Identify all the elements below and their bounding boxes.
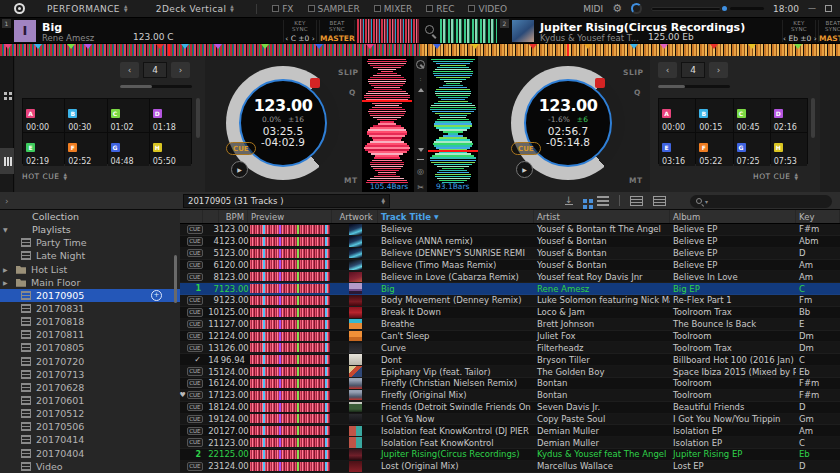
track-tag[interactable]: CUE	[187, 237, 203, 246]
hot-cue-pad[interactable]: E 02:19	[23, 133, 64, 166]
waveform-zoom-icon[interactable]	[416, 60, 425, 69]
tree-item[interactable]: 20170713	[0, 368, 180, 381]
toggle-video[interactable]: VIDEO	[468, 4, 507, 14]
track-tag[interactable]: CUE	[187, 415, 203, 424]
track-tag[interactable]: CUE	[187, 462, 203, 471]
track-preview-waveform[interactable]	[250, 355, 330, 364]
tree-item[interactable]: 20170414	[0, 433, 180, 446]
mixer-panel-toggle[interactable]	[0, 148, 14, 174]
tree-scrollbar[interactable]	[174, 255, 177, 303]
mode-select[interactable]: PERFORMANCE▲▼	[47, 4, 128, 14]
hot-cue-pad[interactable]: C 01:02	[108, 99, 149, 132]
track-preview-waveform[interactable]	[250, 249, 330, 258]
tree-item[interactable]: ▶ Main Floor	[0, 276, 180, 289]
tree-item[interactable]: 20170512	[0, 407, 180, 420]
tree-item[interactable]: ▶ Hot List	[0, 263, 180, 276]
deck1-slip-button[interactable]: SLIP	[338, 68, 358, 77]
track-preview-waveform[interactable]	[250, 296, 330, 305]
link-icon[interactable]: ◎	[417, 167, 424, 176]
track-preview-waveform[interactable]	[250, 367, 330, 376]
track-tag[interactable]: CUE	[187, 367, 203, 376]
list-view-icon[interactable]	[597, 196, 609, 206]
track-tag[interactable]: CUE	[187, 308, 203, 317]
hotcue-page-next[interactable]: ›	[171, 62, 190, 78]
track-preview-waveform[interactable]	[250, 343, 330, 352]
tree-item[interactable]: 20170601	[0, 394, 180, 407]
track-preview-waveform[interactable]	[250, 284, 330, 293]
column-header-album[interactable]: Album	[670, 210, 796, 223]
tree-item[interactable]: 20170818	[0, 315, 180, 328]
deck2-beat-sync[interactable]: BEAT SYNC MASTER	[818, 20, 840, 42]
toggle-mixer[interactable]: MIXER	[374, 4, 413, 14]
tree-item[interactable]: 20170506	[0, 420, 180, 433]
deck1-quantize-button[interactable]: Q	[349, 88, 356, 97]
track-preview-waveform[interactable]	[250, 414, 330, 423]
toggle-rec[interactable]: REC	[426, 4, 454, 14]
track-row[interactable]: CUE 21 123.00 Isolation Feat KnowKontrol…	[180, 437, 840, 449]
track-row[interactable]: CUE 9 123.00 Body Movement (Denney Remix…	[180, 295, 840, 307]
track-tag[interactable]: 2	[195, 450, 203, 459]
track-preview-waveform[interactable]	[250, 462, 330, 471]
toggle-sampler[interactable]: SAMPLER	[308, 4, 360, 14]
track-preview-waveform[interactable]	[250, 225, 330, 234]
deck1-cue-button[interactable]: CUE	[226, 142, 256, 155]
deck2-key-sync[interactable]: KEY SYNC ‹ Eb ±0 ›	[782, 20, 816, 42]
track-tag[interactable]: CUE	[187, 379, 203, 388]
track-row[interactable]: CUE 3 123.00 Believe Yousef & Bontan ft …	[180, 224, 840, 236]
tree-item[interactable]: Party Time	[0, 236, 180, 249]
waveform-zoom-icon[interactable]	[425, 25, 434, 34]
track-tag[interactable]: CUE	[187, 391, 203, 400]
tree-item[interactable]: Video	[0, 460, 180, 473]
hot-cue-pad[interactable]: A 00:00	[659, 99, 695, 132]
hot-cue-pad[interactable]: E 03:16	[659, 133, 695, 166]
hot-cue-pad[interactable]: B 00:15	[696, 99, 732, 132]
track-row[interactable]: CUE 23 124.00 Lost (Original Mix) Marcel…	[180, 461, 840, 473]
track-row[interactable]: CUE 4 123.00 Believe (ANNA remix) Yousef…	[180, 236, 840, 248]
column-header-key[interactable]: Key	[796, 210, 840, 223]
tree-item[interactable]: 20170811	[0, 328, 180, 341]
column-header-artwork[interactable]: Artwork	[332, 210, 378, 223]
track-row[interactable]: CUE 19 124.00 I Got Ya Now Copy Paste So…	[180, 414, 840, 426]
midi-button[interactable]: MIDI	[583, 4, 603, 14]
hot-cue-pad[interactable]: A 00:00	[23, 99, 64, 132]
grid-view-icon[interactable]	[583, 199, 587, 203]
track-tag[interactable]: 1	[195, 284, 203, 293]
deck1-mt-button[interactable]: MT	[344, 176, 358, 185]
hotcue-page-prev[interactable]: ‹	[120, 62, 139, 78]
crossfader-slider[interactable]	[651, 7, 721, 11]
deck1-play-button[interactable]: ▶	[231, 161, 248, 178]
track-tag[interactable]: CUE	[187, 344, 203, 353]
track-tag[interactable]: CUE	[187, 225, 203, 234]
track-preview-waveform[interactable]	[250, 379, 330, 388]
hot-cue-pad[interactable]: F 02:52	[65, 133, 106, 166]
minus-icon[interactable]	[417, 159, 424, 161]
master-volume-knob[interactable]	[631, 3, 642, 14]
hot-cue-pad[interactable]: G 04:48	[108, 133, 149, 166]
hot-cue-pad[interactable]: G 07:25	[734, 133, 770, 166]
track-tag[interactable]: ✓	[194, 355, 203, 364]
track-tag[interactable]: CUE	[187, 249, 203, 258]
hotcue-scrollbar[interactable]	[196, 98, 200, 138]
expander-icon[interactable]: ▶	[3, 279, 15, 286]
chevron-up-icon[interactable]	[418, 88, 424, 92]
hot-cue-pad[interactable]: C 00:45	[734, 99, 770, 132]
headphone-mix-slider[interactable]	[730, 7, 764, 10]
toggle-fx[interactable]: FX	[272, 4, 293, 14]
track-row[interactable]: 1 7 123.00 Big Rene Amesz Big EP C	[180, 283, 840, 295]
deck1-vertical-waveform[interactable]	[362, 58, 412, 184]
track-row[interactable]: CUE 16 124.00 Firefly (Christian Nielsen…	[180, 378, 840, 390]
hotcue-page-next[interactable]: ›	[709, 62, 728, 78]
deck2-track-waveform[interactable]	[420, 44, 840, 56]
minimize-icon[interactable]: —	[808, 4, 816, 13]
column-header-bpm[interactable]: BPM	[219, 210, 248, 223]
deck1-key-sync[interactable]: KEY SYNC ‹ C ±0 ›	[283, 20, 317, 42]
track-preview-waveform[interactable]	[250, 391, 330, 400]
track-tag[interactable]: CUE	[187, 332, 203, 341]
slider-handle[interactable]	[722, 6, 727, 11]
search-input[interactable]: ▾	[690, 195, 832, 208]
tree-collapse-icon[interactable]: ›	[5, 196, 9, 206]
tree-item[interactable]: 20170720	[0, 355, 180, 368]
track-row[interactable]: CUE 5 123.00 Believe (DENNEY'S SUNRISE R…	[180, 248, 840, 260]
scissors-icon[interactable]: ✂	[417, 183, 424, 192]
track-row[interactable]: 2 22 125.00 Jupiter Rising(Circus Record…	[180, 449, 840, 461]
